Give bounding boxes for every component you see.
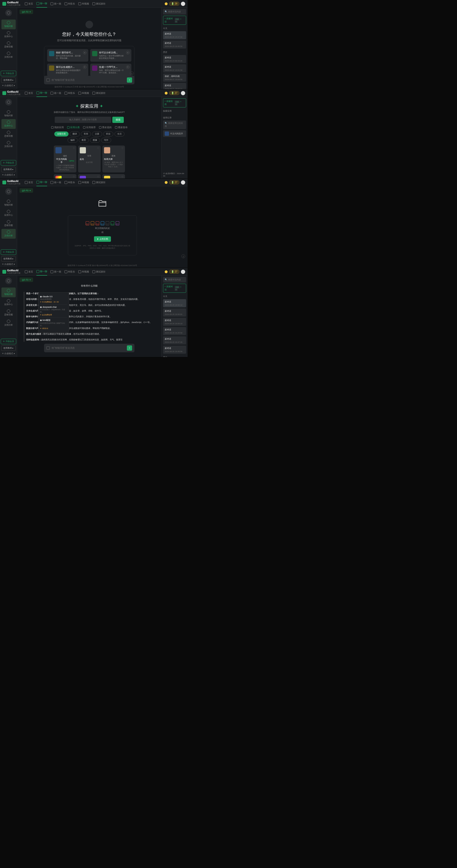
chat-item[interactable]: 新对话2024-08-26 16:47:26 <box>163 336 186 344</box>
model-option[interactable]: ◉ kimi模型Kimi目前在全球市场上能够产品化使...✦ 1积分/次 <box>40 317 67 331</box>
tab-4[interactable]: 最新发布 <box>115 126 128 129</box>
upload-button[interactable]: ⬆ 上传文档 <box>94 236 111 242</box>
sidebar-logo[interactable] <box>5 99 12 105</box>
upload-dropzone[interactable]: PDFJPGPNGDOCTXTXLSPPT 将文档拖到此处 或 ⬆ 上传文档 支… <box>68 215 137 255</box>
nav-5[interactable]: 测试跳转 <box>92 89 105 97</box>
tutorial-button[interactable]: 使用教程 ▸ <box>1 78 16 83</box>
nav-3[interactable]: AI音乐 <box>65 179 75 186</box>
tab-1[interactable]: 应用分类 <box>67 126 80 129</box>
suggestion-card[interactable]: 你好 请问你可...我可以回答你的问题，提供建议，帮助你解...+ <box>47 49 88 62</box>
app-card[interactable]: ♡编程JavaScriptGPTS我在编程方面，尤其是JS，求精简常用知识代码，… <box>102 174 125 179</box>
favorite-icon[interactable]: ♡ <box>97 147 99 150</box>
chat-item[interactable]: 新对话2024-08-26 16:09:10 <box>163 318 186 326</box>
upgrade-button[interactable]: ♔ 升级会员 <box>1 339 16 344</box>
upgrade-button[interactable]: ♔ 升级会员 <box>1 160 16 165</box>
search-apps[interactable]: 🔍 搜索使用过的应用 <box>163 121 186 129</box>
app-card[interactable]: ♡图像DALL-EGPTS把你的想象变成图片 <box>54 174 76 179</box>
tutorial-button[interactable]: 使用教程 ▸ <box>1 167 16 172</box>
tutorial-button[interactable]: 使用教程 ▸ <box>1 345 16 351</box>
coin-badge[interactable]: 🔋 27 <box>169 180 179 184</box>
sidebar-3[interactable]: 文档分析 <box>1 229 16 239</box>
upgrade-button[interactable]: ♔ 升级会员 <box>1 71 16 76</box>
sidebar-3[interactable]: 文档分析 <box>1 318 16 328</box>
sidebar-1[interactable]: 应用中心 <box>1 209 16 218</box>
favorite-icon[interactable]: ♡ <box>73 176 75 178</box>
theme-toggle[interactable]: ☀ 白昼模式 ● <box>2 84 15 87</box>
tutorial-button[interactable]: 使用教程 ▸ <box>1 256 16 261</box>
cat-0[interactable]: 全部分类 <box>54 131 69 136</box>
coin-badge[interactable]: 🔋 28 <box>169 2 179 6</box>
nav-2[interactable]: 画一画 <box>51 179 61 186</box>
tab-3[interactable]: 受欢迎的 <box>99 126 111 129</box>
nav-4[interactable]: AI视频 <box>78 89 89 97</box>
theme-toggle[interactable]: ☀ 白昼模式 ● <box>2 174 15 177</box>
sidebar-logo[interactable] <box>5 278 12 284</box>
chat-item[interactable]: 新对话2024-08-26 18:06:01 <box>163 308 186 316</box>
send-button[interactable]: ↑ <box>127 78 132 83</box>
cat-2[interactable]: 常用 <box>81 131 91 136</box>
cat-7[interactable]: 教育 <box>79 138 89 143</box>
nav-3[interactable]: AI音乐 <box>65 0 75 8</box>
search-chats[interactable]: 🔍 搜索对话内容 <box>163 277 186 282</box>
cat-5[interactable]: 生活 <box>115 131 125 136</box>
nav-5[interactable]: 测试跳转 <box>92 0 105 8</box>
cat-8[interactable]: 图像 <box>90 138 100 143</box>
avatar[interactable] <box>181 2 185 6</box>
new-chat-button[interactable]: + 新建对话Ctrl + k <box>163 16 186 25</box>
nav-1[interactable]: 聊一聊 <box>36 0 47 8</box>
favorite-icon[interactable]: ♡ <box>121 176 124 178</box>
nav-1[interactable]: 聊一聊 <box>36 89 47 97</box>
sidebar-2[interactable]: 思维导图 <box>1 219 16 228</box>
cat-9[interactable]: 写作 <box>101 138 111 143</box>
nav-1[interactable]: 聊一聊 <box>36 268 47 276</box>
favorite-icon[interactable]: ♡ <box>121 147 124 150</box>
nav-5[interactable]: 测试跳转 <box>92 268 105 276</box>
chat-item[interactable]: 新对话2024-08-26 16:25:50 <box>163 327 186 335</box>
chat-item[interactable]: 新对话2024-08-25 16:49:50 <box>163 40 186 49</box>
send-button[interactable]: ↑ <box>127 345 132 351</box>
cat-4[interactable]: 职业 <box>103 131 113 136</box>
attach-icon[interactable] <box>46 346 50 350</box>
avatar[interactable] <box>181 91 185 95</box>
chat-item[interactable]: 你好，你叫什的2024-08-21 19:09:50 <box>163 73 186 82</box>
sidebar-0[interactable]: 智能问答 <box>1 109 16 119</box>
coin-badge[interactable]: 🔋 27 <box>169 91 179 95</box>
app-card[interactable]: ♡图像上传截图生成...GPTS根据上传的图片/原型直接生成网页代码 生成的HT… <box>78 174 101 179</box>
nav-2[interactable]: 画一画 <box>51 89 61 97</box>
nav-4[interactable]: AI视频 <box>78 268 89 276</box>
sidebar-2[interactable]: 思维导图 <box>1 40 16 50</box>
cat-1[interactable]: 翻译 <box>70 131 80 136</box>
favorite-icon[interactable]: ♡ <box>73 147 75 150</box>
app-card[interactable]: ♡图像绘画大师AI 绘画，调用 DALL-E 3 可生成 4 张图片。1. 初步… <box>102 146 125 173</box>
model-selector[interactable]: gpt-4o ▾ <box>20 188 33 193</box>
chat-item[interactable]: 新对话2024-08-21 19:07:11 <box>163 83 186 89</box>
model-selector[interactable]: gpt-4o ▾ <box>20 9 33 14</box>
sidebar-1[interactable]: 应用中心 <box>1 298 16 308</box>
sidebar-3[interactable]: 文档分析 <box>1 140 16 149</box>
new-app-button[interactable]: + 新建应用Ctrl + k <box>163 98 186 107</box>
app-card[interactable]: ♡编程中文代码高手GPTS一个精于代码解释和编程问题的...十分善于阅读各种代码… <box>54 146 76 173</box>
suggestion-card[interactable]: 生成一个PPT大...当然，我可以帮助你生成一个PPT大纲。首先告诉...+ <box>90 64 131 76</box>
sidebar-3[interactable]: 文档分析 <box>1 50 16 60</box>
sidebar-logo[interactable] <box>5 9 12 16</box>
chat-input[interactable]: 给"智能问答"发送消息 ↑ <box>44 76 134 84</box>
nav-0[interactable]: 首页 <box>25 268 33 276</box>
sidebar-0[interactable]: 智能问答 <box>1 20 16 29</box>
upgrade-button[interactable]: ♔ 升级会员 <box>1 249 16 255</box>
sidebar-0[interactable]: 智能问答 <box>1 198 16 208</box>
model-option[interactable]: ◉ deepseek-chat中文综合能力（AlignBench）开源模...✦… <box>40 305 67 317</box>
nav-2[interactable]: 画一画 <box>51 0 61 8</box>
sidebar-0[interactable]: 智能问答 <box>1 287 16 297</box>
sidebar-2[interactable]: 思维导图 <box>1 129 16 139</box>
suggestion-card[interactable]: 我可以生成图片...我可以帮助你思考或描述图片的创意概念和...+ <box>47 64 88 76</box>
chat-input[interactable]: 给"智能问答"发送消息 ↑ <box>44 344 134 352</box>
nav-3[interactable]: AI音乐 <box>65 268 75 276</box>
model-option[interactable]: ◉ claude-3.5claude最新模型✦ 今日免费剩余：19 / 20 <box>40 294 67 305</box>
nav-1[interactable]: 聊一聊 <box>36 179 47 186</box>
attach-icon[interactable] <box>46 79 50 82</box>
chat-item[interactable]: 新对话2024-08-26 18:06:10 <box>163 299 186 307</box>
favorite-icon[interactable]: ♡ <box>97 176 99 178</box>
headset-icon[interactable]: ♫ <box>182 254 185 258</box>
nav-5[interactable]: 测试跳转 <box>92 179 105 186</box>
chat-item[interactable]: 新对话2024-08-26 16:49:50 <box>163 346 186 354</box>
